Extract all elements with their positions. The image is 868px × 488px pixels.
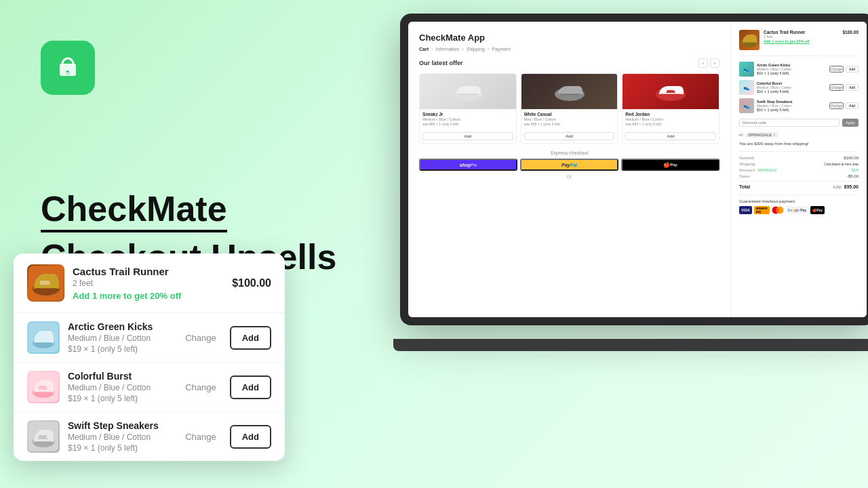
mini-cart-item-3: 👟 Swift Step Sneakers Medium / Blue / Co…	[739, 98, 859, 113]
modal-item-image-3	[27, 420, 60, 453]
express-checkout: Express checkout shopPay PayPal 🍎 Pay	[419, 150, 719, 179]
modal-product-image	[27, 264, 64, 302]
laptop-base	[393, 339, 868, 351]
shipping-row: Shipping Calculated at next step	[739, 162, 859, 166]
mini-add-button-1[interactable]: Add	[846, 66, 859, 73]
checkout-left-panel: CheckMate App Cart › Information › Shipp…	[408, 22, 731, 317]
amazon-pay-icon: amazonpay	[754, 206, 770, 214]
modal-change-button-2[interactable]: Change	[185, 382, 216, 392]
modal-header-info: Cactus Trail Runner 2 feet Add 1 more to…	[73, 266, 224, 301]
apple-pay-button[interactable]: 🍎 Pay	[621, 159, 719, 171]
laptop-screen: CheckMate App Cart › Information › Shipp…	[408, 22, 867, 317]
laptop-body: CheckMate App Cart › Information › Shipp…	[400, 14, 868, 325]
product-card-1: Sneakz Jr Medium / Blue / Cotton was $69…	[419, 73, 517, 144]
modal-item-2: Colorful Burst Medium / Blue / Cotton $1…	[14, 363, 285, 412]
cart-main-item-image	[739, 30, 760, 50]
subtotal-row: Subtotal $100.00	[739, 156, 859, 160]
product-image-2	[521, 74, 618, 109]
total-row: Total CAD $95.00	[739, 181, 859, 189]
modal-add-button-2[interactable]: Add	[230, 375, 271, 399]
discount-input[interactable]	[739, 119, 840, 127]
product-card-2: White Casual Med / Blue / Cotton was $35…	[521, 73, 618, 144]
discount-row: Apply	[739, 119, 859, 127]
modal-item-image-1	[27, 321, 60, 354]
paypal-button[interactable]: PayPal	[520, 159, 618, 171]
visa-icon: VISA	[739, 206, 752, 214]
checkout-app-title: CheckMate App	[419, 33, 719, 43]
add-redjordan-button[interactable]: Add	[625, 132, 716, 140]
modal-item-info-3: Swift Step Sneakers Medium / Blue / Cott…	[68, 420, 177, 453]
mini-item-image-2: 👟	[739, 80, 754, 95]
modal-item-1: Arctic Green Kicks Medium / Blue / Cotto…	[14, 313, 285, 363]
taxes-row: Taxes -$5.00	[739, 174, 859, 178]
change-link-2[interactable]: Change	[829, 84, 844, 91]
offer-nav: ‹ ›	[698, 58, 719, 68]
product-info-1: Sneakz Jr Medium / Blue / Cotton was $69…	[420, 109, 516, 143]
gpay-icon: Google Pay	[786, 206, 809, 214]
modal-add-button-1[interactable]: Add	[230, 326, 271, 350]
change-link-1[interactable]: Change	[829, 66, 844, 73]
right-section: CheckMate App Cart › Information › Shipp…	[339, 0, 868, 488]
mini-cart-item-2: 👟 Colorful Burst Medium / Blue / Cotton …	[739, 80, 859, 95]
shipping-message: You are $300 away from free shipping!	[739, 142, 859, 146]
mini-item-actions-2: Change Add	[829, 84, 859, 91]
mini-item-actions-1: Change Add	[829, 66, 859, 73]
discount-value-row: Discount SPRINGSALE -$10	[739, 168, 859, 172]
shopay-button[interactable]: shopPay	[419, 159, 517, 171]
checkout-right-panel: Cactus Trail Runner 2 feet Add 1 more to…	[731, 22, 867, 317]
price-breakdown: Subtotal $100.00 Shipping Calculated at …	[739, 151, 859, 189]
apple-pay-cart-icon: 🍎Pay	[810, 206, 825, 214]
remove-coupon-button[interactable]: ×	[773, 133, 775, 137]
breadcrumb: Cart › Information › Shipping › Payment	[419, 47, 719, 52]
coupon-tag: 🏷 SPRINGSALE ×	[739, 132, 859, 138]
mini-item-info-1: Arctic Green Kicks Medium / Blue / Cotto…	[757, 63, 827, 75]
next-button[interactable]: ›	[710, 58, 719, 68]
modal-item-image-2	[27, 371, 60, 403]
floating-upsell-modal: Cactus Trail Runner 2 feet Add 1 more to…	[14, 253, 285, 461]
modal-item-3: Swift Step Sneakers Medium / Blue / Cott…	[14, 412, 285, 461]
payment-icons: VISA amazonpay Google	[739, 206, 859, 214]
product-image-3	[623, 74, 719, 109]
product-image-1	[420, 74, 516, 109]
express-buttons: shopPay PayPal 🍎 Pay	[419, 159, 719, 171]
laptop: CheckMate App Cart › Information › Shipp…	[400, 14, 868, 339]
mini-item-info-2: Colorful Burst Medium / Blue / Cotton $1…	[757, 81, 827, 94]
offer-header: Our latest offer ‹ ›	[419, 58, 719, 68]
mini-cart-item-1: 👟 Arctic Green Kicks Medium / Blue / Cot…	[739, 62, 859, 77]
add-sneakzjr-button[interactable]: Add	[422, 132, 513, 140]
apply-button[interactable]: Apply	[842, 119, 859, 127]
app-icon	[41, 41, 95, 95]
mini-item-info-3: Swift Step Sneakers Medium / Blue / Cott…	[757, 100, 827, 112]
modal-change-button-1[interactable]: Change	[185, 333, 216, 343]
prev-button[interactable]: ‹	[698, 58, 708, 68]
mini-item-image-1: 👟	[739, 62, 754, 77]
mini-item-image-3: 👟	[739, 98, 754, 113]
mastercard-icon	[772, 206, 784, 214]
modal-header: Cactus Trail Runner 2 feet Add 1 more to…	[14, 253, 285, 313]
cart-main-item-details: Cactus Trail Runner 2 feet Add 1 more to…	[764, 30, 839, 43]
modal-item-info-2: Colorful Burst Medium / Blue / Cotton $1…	[68, 371, 177, 403]
headline: CheckMate	[41, 190, 339, 232]
product-info-2: White Casual Med / Blue / Cotton was $35…	[521, 109, 618, 143]
modal-add-button-3[interactable]: Add	[230, 425, 271, 449]
modal-item-info-1: Arctic Green Kicks Medium / Blue / Cotto…	[68, 321, 177, 354]
product-card-3: Red Jordan Medium / Blue / Cotton was $8…	[622, 73, 719, 144]
change-link-3[interactable]: Change	[829, 102, 844, 109]
modal-change-button-3[interactable]: Change	[185, 432, 216, 442]
cart-main-item: Cactus Trail Runner 2 feet Add 1 more to…	[739, 30, 859, 56]
product-grid: Sneakz Jr Medium / Blue / Cotton was $69…	[419, 73, 719, 144]
mini-add-button-2[interactable]: Add	[846, 84, 859, 91]
guaranteed-section: Guaranteed checkout payment VISA amazonp…	[739, 195, 859, 214]
add-whitecasual-button[interactable]: Add	[524, 132, 615, 140]
mini-add-button-3[interactable]: Add	[846, 102, 859, 109]
coupon-badge: SPRINGSALE ×	[745, 132, 778, 138]
or-divider: Or	[419, 174, 719, 179]
mini-item-actions-3: Change Add	[829, 102, 859, 109]
product-info-3: Red Jordan Medium / Blue / Cotton was $8…	[623, 109, 719, 143]
